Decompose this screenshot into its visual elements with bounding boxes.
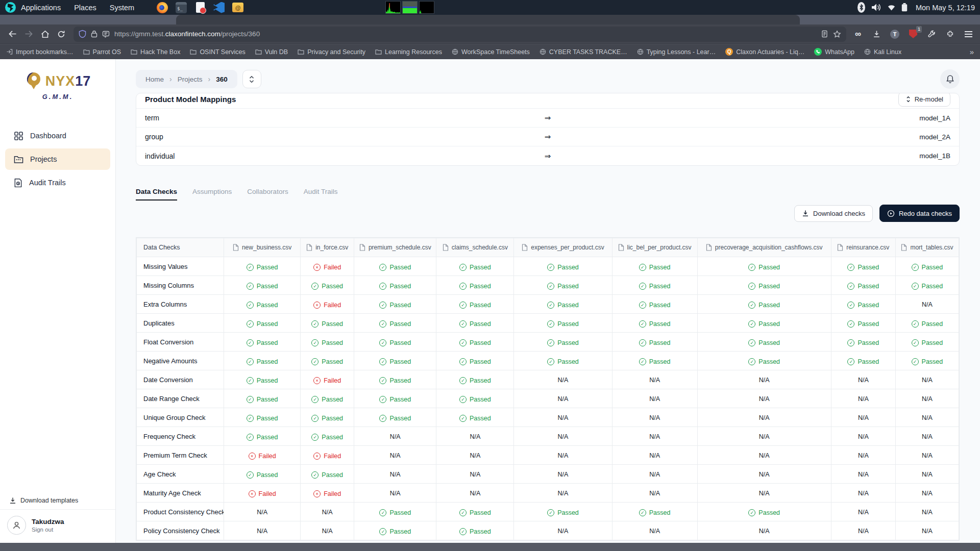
url-bar[interactable]: https://gmm.test.claxonfintech.com/proje… (74, 27, 846, 42)
status-cell: N/A (514, 370, 612, 389)
battery-icon[interactable] (901, 3, 908, 12)
tab-audit-trails[interactable]: Audit Trails (304, 188, 338, 201)
goggles-extension-icon[interactable]: ∞ (850, 27, 866, 42)
developer-wrench-icon[interactable] (924, 27, 939, 42)
bookmark-typing-lessons-lear[interactable]: Typing Lessons - Lear… (637, 48, 716, 56)
status-failed-chip: ×Failed (313, 377, 341, 384)
status-cell: N/A (612, 446, 697, 465)
status-cell: ✓Passed (224, 408, 301, 427)
menu-places[interactable]: Places (74, 4, 96, 12)
volume-icon[interactable] (871, 3, 881, 12)
tab-data-checks[interactable]: Data Checks (136, 188, 177, 201)
home-button[interactable] (37, 27, 53, 42)
sidebar-item-audit-trails[interactable]: Audit Trails (5, 172, 110, 193)
check-circle-icon: ✓ (247, 302, 254, 309)
reader-view-icon[interactable] (821, 30, 828, 38)
url-text[interactable]: https://gmm.test.claxonfintech.com/proje… (114, 30, 817, 38)
memory-monitor[interactable] (402, 1, 418, 14)
download-templates-button[interactable]: Download templates (0, 492, 115, 509)
network-monitor[interactable] (419, 1, 434, 14)
breadcrumb-home[interactable]: Home (145, 76, 164, 83)
check-name: Date Conversion (137, 370, 224, 389)
bookmark-vuln-db[interactable]: Vuln DB (255, 48, 288, 56)
sidebar-item-dashboard[interactable]: Dashboard (5, 125, 110, 146)
bookmarks-overflow-chevron[interactable]: » (970, 47, 974, 56)
tab-collaborators[interactable]: Collaborators (247, 188, 288, 201)
bookmark-import-bookmarks[interactable]: Import bookmarks… (6, 48, 74, 56)
text-editor-icon[interactable] (194, 2, 206, 13)
breadcrumb-360[interactable]: 360 (216, 76, 228, 83)
notifications-bell-icon[interactable] (940, 69, 960, 89)
bluetooth-icon[interactable] (857, 2, 865, 13)
download-checks-button[interactable]: Download checks (794, 205, 873, 222)
status-passed-chip: ✓Passed (459, 283, 491, 290)
clock[interactable]: Mon May 5, 12:19 (916, 4, 975, 12)
downloads-icon[interactable] (869, 27, 884, 42)
system-monitors[interactable] (385, 1, 434, 14)
status-cell: ✓Passed (354, 333, 436, 352)
mapping-arrow-icon: ⇒ (545, 113, 551, 122)
bookmark-learning-resources[interactable]: Learning Resources (375, 48, 442, 56)
permissions-icon[interactable] (102, 31, 110, 38)
status-cell: ✓Passed (831, 352, 895, 370)
status-na: N/A (390, 471, 401, 478)
reload-button[interactable] (53, 27, 69, 42)
firefox-icon[interactable] (157, 2, 168, 13)
active-tab[interactable] (176, 15, 800, 24)
terminal-icon[interactable]: $_ (176, 2, 187, 13)
status-passed-chip: ✓Passed (847, 339, 879, 346)
status-cell: ✓Passed (895, 352, 959, 370)
bookmark-star-icon[interactable] (833, 30, 841, 38)
mail-icon[interactable]: @ (232, 2, 243, 13)
breadcrumb-projects[interactable]: Projects (178, 76, 203, 83)
user-avatar[interactable] (7, 516, 26, 535)
check-circle-icon: ✓ (912, 339, 919, 346)
status-passed-chip: ✓Passed (379, 339, 411, 346)
status-cell: N/A (895, 427, 959, 446)
bookmark-whatsapp[interactable]: WhatsApp (814, 48, 854, 56)
bookmark-kali-linux[interactable]: Kali Linux (864, 48, 901, 56)
check-circle-icon: ✓ (847, 264, 854, 271)
table-header-mort-tables-csv: mort_tables.csv (895, 238, 959, 257)
lock-icon[interactable] (91, 30, 97, 38)
parrot-os-logo-icon[interactable] (5, 2, 16, 13)
bookmark-cyber-tasks-tracke[interactable]: CYBER TASKS TRACKE… (540, 48, 627, 56)
status-na: N/A (322, 528, 333, 535)
status-cell: N/A (895, 484, 959, 503)
forward-button[interactable] (20, 27, 37, 42)
status-na: N/A (922, 301, 933, 308)
menu-applications[interactable]: Applications (21, 4, 61, 12)
network-icon[interactable] (888, 5, 895, 11)
vscode-icon[interactable] (213, 2, 225, 13)
redo-data-checks-button[interactable]: Redo data checks (879, 205, 960, 222)
status-na: N/A (257, 528, 267, 535)
sidebar-item-projects[interactable]: Projects (5, 148, 110, 170)
bookmark-osint-services[interactable]: OSINT Services (190, 48, 245, 56)
bookmark-hack-the-box[interactable]: Hack The Box (131, 48, 180, 56)
cpu-monitor[interactable] (385, 1, 401, 14)
sign-out-link[interactable]: Sign out (32, 527, 64, 533)
menu-hamburger-icon[interactable] (961, 27, 976, 42)
status-na: N/A (759, 452, 770, 459)
extension-t-icon[interactable]: T (887, 27, 902, 42)
status-label: Passed (557, 339, 579, 346)
tab-assumptions[interactable]: Assumptions (192, 188, 232, 201)
bookmark-parrot-os[interactable]: Parrot OS (83, 48, 121, 56)
check-circle-icon: ✓ (379, 509, 386, 516)
ublock-shield-icon[interactable]: 1 (905, 27, 921, 42)
check-circle-icon: ✓ (459, 396, 467, 403)
menu-system[interactable]: System (110, 4, 134, 12)
check-row-extra-columns: Extra Columns✓Passed×Failed✓Passed✓Passe… (137, 295, 959, 314)
table-header-new-business-csv: new_business.csv (224, 238, 301, 257)
status-cell: ✓Passed (697, 352, 831, 370)
back-button[interactable] (4, 27, 20, 42)
tracking-protection-shield-icon[interactable] (79, 30, 86, 38)
bookmark-claxon-actuaries-liq[interactable]: QClaxon Actuaries - Liq… (725, 48, 804, 56)
project-switcher-button[interactable] (242, 70, 261, 88)
extensions-puzzle-icon[interactable] (942, 27, 958, 42)
bookmark-privacy-and-security[interactable]: Privacy and Security (298, 48, 365, 56)
check-circle-icon: ✓ (459, 358, 467, 365)
re-model-button[interactable]: Re-model (898, 93, 950, 107)
bookmark-workspace-timesheets[interactable]: WorkSpace TimeSheets (452, 48, 530, 56)
folder-icon (298, 49, 304, 55)
